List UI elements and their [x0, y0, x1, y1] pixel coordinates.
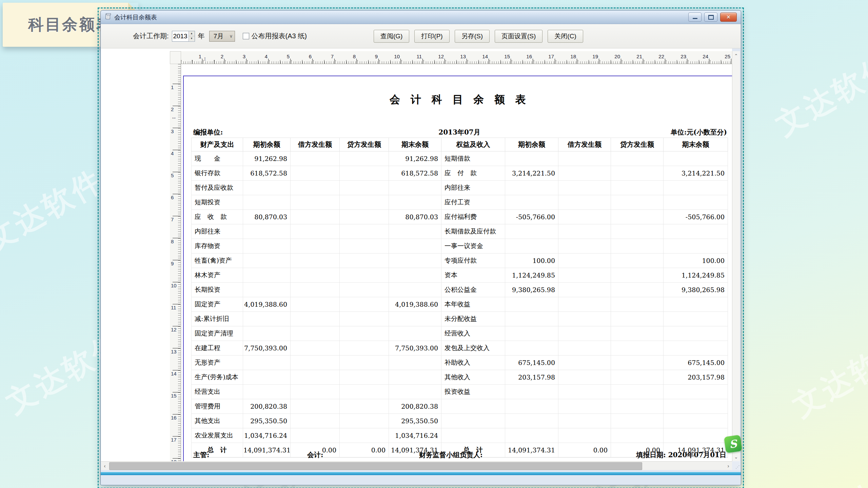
amount-cell	[505, 341, 558, 355]
year-spin-up-icon[interactable]: ▲	[189, 31, 195, 36]
amount-cell	[389, 370, 441, 385]
amount-cell	[389, 355, 441, 370]
amount-cell	[340, 224, 389, 239]
amount-cell	[389, 239, 441, 253]
ruler-number: 8	[171, 239, 174, 244]
month-dropdown[interactable]: 7月 ∨	[209, 31, 235, 42]
amount-cell	[558, 297, 611, 312]
amount-cell	[291, 355, 340, 370]
restore-button[interactable]	[704, 13, 717, 22]
year-value[interactable]: 2013	[172, 31, 189, 41]
table-row: 在建工程7,750,393.007,750,393.00发包及上交收入	[192, 341, 728, 355]
year-spin-down-icon[interactable]: ▼	[189, 36, 195, 41]
app-window: 会计科目余额表 ✕ 会计工作期: 2013 ▲ ▼ 年 7月 ∨	[100, 10, 741, 485]
ruler-number: 3	[171, 128, 174, 134]
amount-cell: 4,019,388.60	[243, 297, 291, 312]
view-button[interactable]: 查阅(G)	[374, 30, 409, 43]
table-row: 现 金91,262.9891,262.98短期借款	[192, 151, 728, 166]
ruler-number: 11	[171, 305, 176, 310]
amount-cell	[611, 253, 664, 268]
ruler-number: 23	[678, 54, 686, 59]
amount-cell	[243, 385, 291, 399]
table-header-row: 财产及支出期初余额借方发生额贷方发生额期末余额权益及收入期初余额借方发生额贷方发…	[192, 138, 728, 151]
minimize-button[interactable]	[688, 13, 702, 22]
scroll-up-icon[interactable]: ⌃	[732, 52, 740, 59]
amount-cell	[389, 283, 441, 297]
table-row: 无形资产补助收入675,145.00675,145.00	[192, 355, 728, 370]
amount-cell	[243, 195, 291, 210]
amount-cell	[243, 253, 291, 268]
ruler-tick	[533, 59, 533, 64]
a3-report-checkbox[interactable]	[243, 33, 249, 39]
amount-cell	[558, 428, 611, 443]
a3-report-checkbox-wrap[interactable]: 公布用报表(A3 纸)	[243, 32, 307, 41]
ruler-number: 10	[392, 54, 400, 59]
amount-cell	[291, 239, 340, 253]
table-row: 暂付及应收款内部往来	[192, 181, 728, 195]
ruler-number: 8	[348, 54, 356, 59]
amount-cell	[611, 370, 664, 385]
amount-cell: -505,766.00	[505, 210, 558, 224]
table-row: 管理费用200,820.38200,820.38	[192, 399, 728, 414]
scroll-left-icon[interactable]: ‹	[101, 462, 108, 470]
amount-cell	[558, 151, 611, 166]
horizontal-scroll-thumb[interactable]	[109, 462, 642, 470]
amount-cell: 9,380,265.98	[664, 283, 728, 297]
table-row: 其他支出295,350.50295,350.50	[192, 414, 728, 428]
scroll-right-icon[interactable]: ›	[725, 462, 732, 470]
amount-cell	[340, 253, 389, 268]
close-report-button[interactable]: 关闭(C)	[548, 30, 583, 43]
scroll-down-icon[interactable]: ⌄	[732, 453, 740, 461]
ruler-number: 14	[171, 371, 177, 377]
save-as-button[interactable]: 另存(S)	[455, 30, 490, 43]
titlebar[interactable]: 会计科目余额表 ✕	[101, 11, 741, 24]
ruler-tick	[173, 238, 180, 238]
amount-cell: 7,750,393.00	[243, 341, 291, 355]
table-row: 农业发展支出1,034,716.241,034,716.24	[192, 428, 728, 443]
amount-cell: 3,214,221.50	[505, 166, 558, 181]
resize-grip[interactable]: ⋰	[732, 461, 741, 470]
amount-cell	[558, 312, 611, 326]
amount-cell	[243, 181, 291, 195]
ruler-number: 25	[722, 54, 730, 59]
account-name-cell: 牲畜(禽)资产	[192, 253, 243, 268]
watermark-text: 文达软件	[785, 326, 868, 426]
amount-cell	[611, 385, 664, 399]
close-button[interactable]: ✕	[720, 13, 737, 22]
amount-cell	[611, 312, 664, 326]
window-bottom-edge	[101, 472, 741, 475]
horizontal-scrollbar[interactable]: ‹ ›	[101, 461, 732, 470]
ruler-tick	[173, 194, 180, 194]
amount-cell	[664, 312, 728, 326]
table-row: 固定资产清理经营收入	[192, 326, 728, 341]
amount-cell	[664, 428, 728, 443]
page-border-top	[183, 76, 732, 76]
ruler-number: 19	[590, 54, 598, 59]
restore-icon	[708, 15, 714, 20]
print-button[interactable]: 打印(P)	[414, 30, 449, 43]
ruler-tick	[687, 59, 687, 64]
amount-cell	[611, 268, 664, 283]
dropdown-arrow-icon: ∨	[228, 34, 235, 39]
page-setup-button[interactable]: 页面设置(S)	[495, 30, 542, 43]
amount-cell	[611, 341, 664, 355]
amount-cell	[340, 428, 389, 443]
amount-cell	[505, 414, 558, 428]
amount-cell	[558, 326, 611, 341]
ruler-number: 15	[502, 54, 510, 59]
year-spinbox[interactable]: 2013 ▲ ▼	[172, 31, 195, 42]
ruler-tick	[445, 59, 445, 64]
vertical-scrollbar[interactable]: ⌃ ⌄	[732, 51, 740, 461]
amount-cell	[340, 341, 389, 355]
ruler-tick	[173, 370, 180, 370]
amount-cell	[664, 385, 728, 399]
amount-cell	[558, 355, 611, 370]
account-name-cell: 短期借款	[441, 151, 505, 166]
table-row: 长期投资公积公益金9,380,265.989,380,265.98	[192, 283, 728, 297]
amount-cell: 80,870.03	[389, 210, 441, 224]
amount-cell: -505,766.00	[664, 210, 728, 224]
account-name-cell: 长期投资	[192, 283, 243, 297]
ruler-tick	[173, 348, 180, 348]
amount-cell	[611, 239, 664, 253]
amount-cell	[389, 385, 441, 399]
